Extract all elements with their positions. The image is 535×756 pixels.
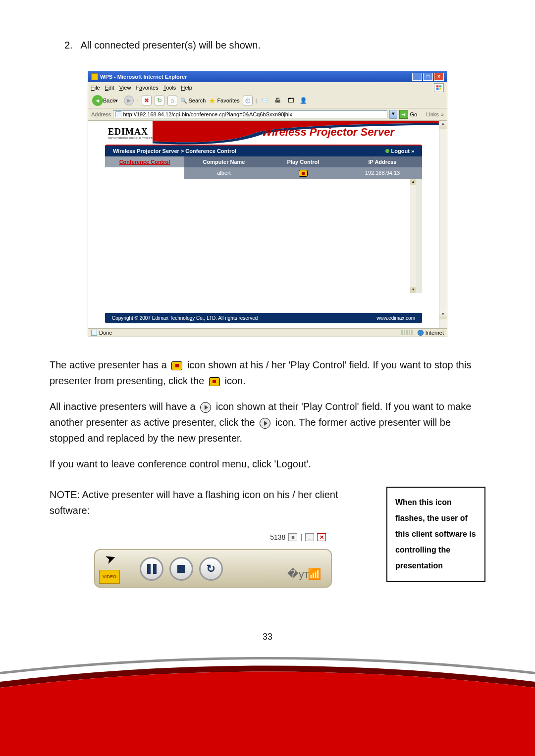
messenger-button[interactable]: 👤	[299, 96, 309, 105]
col-computer-name: Computer Name	[184, 156, 264, 167]
refresh-button-client[interactable]: ↺	[199, 557, 223, 581]
wifi-icon2: 📶	[308, 568, 321, 581]
links-label[interactable]: Links	[426, 111, 439, 117]
edimax-tagline: NETWORKING PEOPLE TOGETHER	[108, 137, 159, 140]
ie-addressbar: Address http://192.168.94.12/cgi-bin/con…	[88, 108, 447, 121]
footer-site[interactable]: www.edimax.com	[376, 315, 415, 321]
ie-throbber-icon	[434, 83, 444, 92]
print-button[interactable]: 🖶	[273, 96, 283, 105]
ie-app-icon	[91, 73, 98, 80]
menu-help[interactable]: Help	[181, 85, 192, 91]
logout-link[interactable]: Logout »	[385, 148, 414, 154]
client-code: 5138	[270, 533, 285, 541]
page-icon	[115, 111, 121, 117]
client-software-bar: 5138 ≡ | _ ✕ ➤ ↺ VIDEO �утен 📶	[94, 533, 332, 588]
window-title: WPS - Microsoft Internet Explorer	[100, 74, 187, 80]
para-inactive: All inactive presenters will have a icon…	[50, 399, 485, 446]
pause-button[interactable]	[140, 557, 163, 581]
intro-line: 2. All connected presenter(s) will be sh…	[64, 40, 485, 51]
para-active: The active presenter has a icon shown at…	[50, 357, 485, 389]
ie-window: WPS - Microsoft Internet Explorer _ □ × …	[88, 71, 447, 337]
svg-rect-1	[439, 85, 442, 87]
video-badge[interactable]: VIDEO	[99, 570, 120, 584]
ie-titlebar: WPS - Microsoft Internet Explorer _ □ ×	[88, 71, 447, 82]
page-number: 33	[0, 632, 535, 642]
client-close-icon[interactable]: ✕	[317, 533, 326, 541]
svg-rect-2	[436, 88, 439, 90]
address-dropdown[interactable]: ▾	[389, 110, 397, 119]
close-button[interactable]: ×	[434, 73, 444, 81]
svg-rect-0	[436, 85, 439, 87]
address-label: Address	[91, 111, 111, 117]
table-row: albert 192.168.94.13	[184, 167, 422, 179]
address-input[interactable]: http://192.168.94.12/cgi-bin/conference.…	[113, 110, 387, 118]
active-presenter-icon[interactable]	[299, 170, 308, 177]
menu-tools[interactable]: Tools	[163, 85, 176, 91]
cell-name: albert	[184, 167, 264, 179]
page-scrollbar[interactable]: ▴ ▾	[439, 121, 447, 328]
breadcrumb: Wireless Projector Server > Conference C…	[105, 145, 422, 156]
play-presenter-icon-2	[260, 418, 270, 429]
toolbar-sep2: |	[256, 98, 257, 103]
note-text: NOTE: Active presenter will have a flash…	[50, 487, 376, 518]
search-button[interactable]: 🔍 Search	[180, 98, 206, 104]
minimize-button[interactable]: _	[412, 73, 422, 81]
cell-play	[264, 167, 343, 179]
scroll-down-icon[interactable]: ▾	[410, 287, 416, 293]
toolbar-sep: ·	[137, 98, 138, 103]
conference-panel: Conference Control Computer Name Play Co…	[105, 156, 422, 293]
links-chevron-icon[interactable]: »	[441, 111, 444, 117]
client-minimize-icon[interactable]: _	[305, 533, 314, 541]
ie-viewport: EDIMAX NETWORKING PEOPLE TOGETHER Wirele…	[88, 121, 447, 328]
history-button[interactable]: ◴	[243, 96, 253, 105]
intro-text: All connected presenter(s) will be shown…	[80, 40, 261, 50]
ie-menubar: FFileile Edit View Favorites Tools Help	[88, 82, 447, 93]
edit-button[interactable]: 🗔	[286, 96, 296, 105]
svg-rect-3	[439, 88, 442, 90]
inner-scrollbar[interactable]: ▴ ▾	[410, 179, 416, 293]
col-play-control: Play Control	[264, 156, 343, 167]
menu-view[interactable]: View	[119, 85, 131, 91]
status-done: Done	[91, 330, 112, 336]
copyright: Copyright © 2007 Edimax Technology Co., …	[112, 315, 258, 321]
done-page-icon	[91, 330, 97, 336]
url-text: http://192.168.94.12/cgi-bin/conference.…	[123, 111, 292, 117]
menu-file[interactable]: FFileile	[91, 85, 100, 91]
sidebar-item-conference[interactable]: Conference Control	[105, 156, 184, 167]
ie-statusbar: Done Internet	[88, 328, 447, 337]
globe-icon	[418, 330, 424, 336]
stop-button-client[interactable]	[169, 557, 193, 581]
mail-button[interactable]: 📨	[260, 96, 270, 105]
client-top-strip: 5138 ≡ | _ ✕	[270, 533, 326, 541]
forward-button[interactable]: ►	[124, 96, 134, 105]
scroll-up-icon[interactable]: ▴	[410, 179, 416, 185]
note-row: NOTE: Active presenter will have a flash…	[50, 487, 485, 588]
back-button[interactable]: ◄Back ▾	[91, 95, 121, 106]
go-label: Go	[410, 111, 418, 117]
para-logout: If you want to leave conference control …	[50, 456, 485, 472]
col-ip-address: IP Address	[343, 156, 422, 167]
page-scroll-down-icon[interactable]: ▾	[439, 311, 447, 319]
table-header: Computer Name Play Control IP Address	[184, 156, 422, 167]
ie-toolbar: ◄Back ▾ ► · ✖ ↻ ⌂ 🔍 Search ★ Favorites ◴…	[88, 93, 447, 108]
home-button[interactable]: ⌂	[167, 96, 177, 105]
favorites-button[interactable]: ★ Favorites	[209, 96, 239, 105]
footer-band	[0, 642, 535, 756]
maximize-button[interactable]: □	[423, 73, 433, 81]
client-sep: |	[300, 533, 302, 541]
star-icon: ★	[209, 96, 215, 105]
security-zone: Internet	[418, 330, 444, 336]
wps-title: Wireless Projector Server	[262, 126, 394, 139]
go-button[interactable]: ➜	[399, 110, 408, 119]
logout-dot-icon	[385, 149, 389, 153]
page-scroll-up-icon[interactable]: ▴	[439, 121, 447, 129]
client-list-icon[interactable]: ≡	[288, 533, 297, 541]
table-empty-area: ▴ ▾	[184, 179, 422, 293]
stop-button[interactable]: ✖	[142, 96, 152, 105]
menu-favorites[interactable]: Favorites	[136, 85, 158, 91]
refresh-button[interactable]: ↻	[155, 96, 164, 105]
play-presenter-icon	[200, 402, 211, 413]
stop-presenter-icon-2	[209, 377, 220, 386]
menu-edit[interactable]: Edit	[105, 85, 114, 91]
stop-presenter-icon	[171, 361, 182, 370]
